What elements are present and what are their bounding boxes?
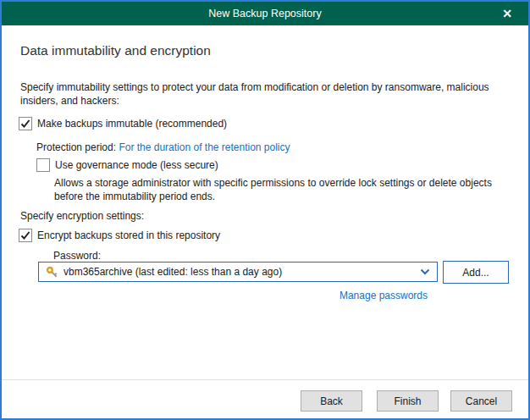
governance-mode-checkbox[interactable] xyxy=(36,158,50,172)
encryption-intro-text: Specify encryption settings: xyxy=(20,209,144,223)
titlebar: New Backup Repository xyxy=(2,2,528,25)
password-selected-value: vbm365archive (last edited: less than a … xyxy=(63,266,420,278)
manage-passwords-row: Manage passwords xyxy=(38,289,428,302)
password-label: Password: xyxy=(53,249,101,262)
chevron-down-icon[interactable] xyxy=(420,268,430,275)
add-password-button[interactable]: Add... xyxy=(443,261,509,284)
cancel-button[interactable]: Cancel xyxy=(450,390,512,412)
governance-mode-label: Use governance mode (less secure) xyxy=(55,158,218,172)
checkmark-icon xyxy=(20,119,30,129)
page-title: Data immutability and encryption xyxy=(20,43,211,58)
encrypt-backups-checkbox[interactable] xyxy=(19,229,32,242)
close-icon[interactable]: ✕ xyxy=(494,2,520,25)
key-icon xyxy=(46,266,58,279)
protection-period-label: Protection period: xyxy=(36,141,116,153)
protection-period-link[interactable]: For the duration of the retention policy xyxy=(119,141,290,153)
back-button[interactable]: Back xyxy=(301,390,362,412)
encrypt-backups-label: Encrypt backups stored in this repositor… xyxy=(37,229,220,242)
checkmark-icon xyxy=(20,230,30,240)
governance-mode-help-text: Allows a storage administrator with spec… xyxy=(54,176,518,203)
finish-button[interactable]: Finish xyxy=(377,390,439,412)
manage-passwords-link[interactable]: Manage passwords xyxy=(340,290,428,301)
governance-mode-checkbox-row: Use governance mode (less secure) xyxy=(36,158,218,172)
immutability-intro-text: Specify immutability settings to protect… xyxy=(20,80,515,108)
footer-separator xyxy=(2,379,528,380)
make-backups-immutable-checkbox[interactable] xyxy=(19,117,32,130)
window-title: New Backup Repository xyxy=(208,8,321,19)
make-backups-immutable-checkbox-row: Make backups immutable (recommended) xyxy=(19,117,227,130)
protection-period-row: Protection period: For the duration of t… xyxy=(36,141,290,154)
password-dropdown[interactable]: vbm365archive (last edited: less than a … xyxy=(38,262,438,282)
new-backup-repository-dialog: New Backup Repository ✕ Data immutabilit… xyxy=(0,0,530,420)
encrypt-backups-checkbox-row: Encrypt backups stored in this repositor… xyxy=(19,229,220,242)
make-backups-immutable-label: Make backups immutable (recommended) xyxy=(37,117,227,130)
